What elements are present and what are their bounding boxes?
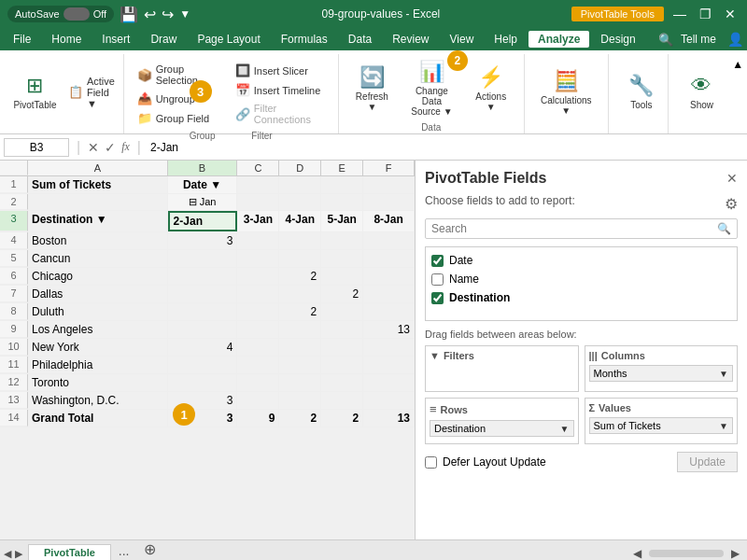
cell-a7[interactable]: Dallas	[28, 286, 168, 302]
cell-e14[interactable]: 2	[321, 410, 363, 427]
menu-analyze[interactable]: Analyze	[529, 31, 589, 48]
cell-b10[interactable]: 4	[168, 339, 238, 356]
show-button[interactable]: 👁 Show	[678, 72, 725, 112]
cell-a12[interactable]: Toronto	[28, 374, 168, 391]
cell-c9[interactable]	[237, 321, 279, 338]
cell-d8[interactable]: 2	[279, 303, 321, 320]
pivot-close-icon[interactable]: ✕	[726, 171, 738, 186]
menu-design[interactable]: Design	[591, 31, 644, 48]
cell-c10[interactable]	[237, 339, 279, 356]
col-header-d[interactable]: D	[279, 161, 321, 175]
columns-item-months[interactable]: Months ▼	[589, 365, 734, 382]
cell-b5[interactable]	[168, 250, 238, 267]
cell-f7[interactable]	[363, 286, 415, 302]
cell-a3[interactable]: Destination ▼	[28, 211, 168, 231]
cell-e7[interactable]: 2	[321, 286, 363, 302]
col-header-c[interactable]: C	[237, 161, 279, 175]
rows-dropdown-icon[interactable]: ▼	[560, 424, 570, 434]
cell-b9[interactable]	[168, 321, 238, 338]
cell-c7[interactable]	[237, 286, 279, 302]
calculations-button[interactable]: 🧮 Calculations ▼	[534, 67, 599, 118]
cell-c1[interactable]	[237, 176, 279, 193]
refresh-button[interactable]: 🔄 Refresh ▼	[348, 63, 396, 114]
cell-c8[interactable]	[237, 303, 279, 320]
cell-a13[interactable]: Washington, D.C.	[28, 392, 168, 409]
field-checkbox-date[interactable]	[431, 255, 444, 267]
collapse-ribbon-icon[interactable]: ▲	[728, 54, 747, 75]
pivottable-button[interactable]: ⊞ PivotTable	[9, 72, 61, 112]
cell-f6[interactable]	[363, 268, 415, 285]
cell-c4[interactable]	[237, 232, 279, 249]
scroll-right-icon[interactable]: ▶	[731, 547, 740, 560]
field-checkbox-destination[interactable]	[431, 292, 444, 304]
cell-b12[interactable]	[168, 374, 238, 391]
update-button[interactable]: Update	[677, 452, 738, 472]
cell-d13[interactable]	[279, 392, 321, 409]
menu-view[interactable]: View	[441, 31, 484, 48]
cell-f5[interactable]	[363, 250, 415, 267]
close-icon[interactable]: ✕	[721, 7, 740, 21]
menu-page-layout[interactable]: Page Layout	[188, 31, 269, 48]
cell-b1[interactable]: Date ▼	[168, 176, 238, 193]
cell-d5[interactable]	[279, 250, 321, 267]
change-data-source-button[interactable]: 📊 Change DataSource ▼ 2	[403, 58, 460, 119]
more-tools-icon[interactable]: ▼	[179, 7, 190, 21]
autosave-toggle[interactable]: AutoSave Off	[7, 6, 114, 22]
cell-c11[interactable]	[237, 357, 279, 373]
cell-a5[interactable]: Cancun	[28, 250, 168, 267]
formula-input[interactable]: 2-Jan	[148, 139, 743, 156]
tools-button[interactable]: 🔧 Tools	[618, 72, 665, 112]
cell-f2[interactable]	[363, 194, 415, 210]
cell-c2[interactable]	[237, 194, 279, 210]
cell-a9[interactable]: Los Angeles	[28, 321, 168, 338]
scroll-left-icon[interactable]: ◀	[633, 547, 641, 560]
insert-slicer-button[interactable]: 🔲 Insert Slicer	[232, 62, 329, 79]
field-item-name[interactable]: Name	[430, 270, 733, 288]
cell-d9[interactable]	[279, 321, 321, 338]
menu-draw[interactable]: Draw	[141, 31, 186, 48]
cell-c12[interactable]	[237, 374, 279, 391]
menu-home[interactable]: Home	[42, 31, 91, 48]
menu-help[interactable]: Help	[485, 31, 527, 48]
col-header-e[interactable]: E	[321, 161, 363, 175]
menu-formulas[interactable]: Formulas	[272, 31, 337, 48]
field-checkbox-name[interactable]	[431, 273, 444, 286]
menu-insert[interactable]: Insert	[92, 31, 139, 48]
cell-e13[interactable]	[321, 392, 363, 409]
filter-connections-button[interactable]: 🔗 Filter Connections	[232, 101, 329, 127]
cell-e1[interactable]	[321, 176, 363, 193]
active-field-button[interactable]: 📋 ActiveField ▼	[64, 74, 121, 111]
cell-b3[interactable]: 2-Jan	[168, 211, 238, 231]
tab-scroll-right-icon[interactable]: ▶	[15, 548, 22, 560]
cell-a10[interactable]: New York	[28, 339, 168, 356]
cell-a6[interactable]: Chicago	[28, 268, 168, 285]
restore-icon[interactable]: ❐	[696, 7, 715, 21]
cell-c5[interactable]	[237, 250, 279, 267]
search-input[interactable]	[431, 222, 717, 235]
menu-data[interactable]: Data	[339, 31, 381, 48]
col-header-b[interactable]: B	[168, 161, 238, 175]
cell-d14[interactable]: 2	[279, 410, 321, 427]
cell-f10[interactable]	[363, 339, 415, 356]
undo-icon[interactable]: ↩	[144, 6, 156, 23]
save-icon[interactable]: 💾	[120, 6, 138, 23]
sheet-tab-pivottable[interactable]: PivotTable	[28, 544, 111, 560]
cell-e4[interactable]	[321, 232, 363, 249]
cell-c14[interactable]: 9	[237, 410, 279, 427]
cell-b11[interactable]	[168, 357, 238, 373]
columns-dropdown-icon[interactable]: ▼	[719, 369, 728, 379]
col-header-a[interactable]: A	[28, 161, 168, 175]
cell-a2[interactable]	[28, 194, 168, 210]
cell-e10[interactable]	[321, 339, 363, 356]
tell-me[interactable]: Tell me	[681, 33, 716, 46]
cell-c6[interactable]	[237, 268, 279, 285]
share-icon[interactable]: 👤	[727, 32, 743, 47]
cell-e12[interactable]	[321, 374, 363, 391]
cell-d1[interactable]	[279, 176, 321, 193]
cell-e5[interactable]	[321, 250, 363, 267]
cell-d11[interactable]	[279, 357, 321, 373]
cell-a14[interactable]: Grand Total	[28, 410, 168, 427]
search-icon[interactable]: 🔍	[658, 33, 673, 47]
cell-f1[interactable]	[363, 176, 415, 193]
cell-d10[interactable]	[279, 339, 321, 356]
